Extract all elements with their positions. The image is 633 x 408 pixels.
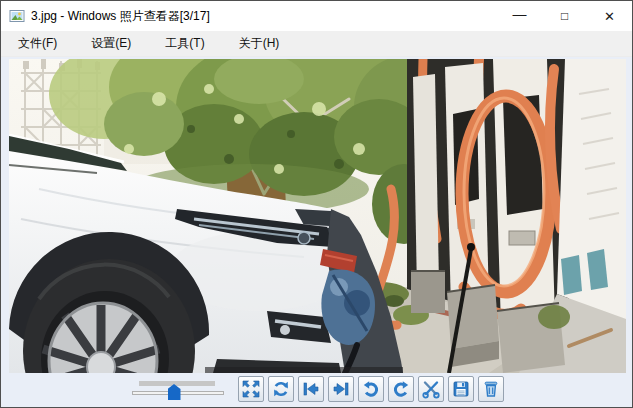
menu-settings[interactable]: 设置(E) xyxy=(81,31,141,56)
menu-about[interactable]: 关于(H) xyxy=(229,31,290,56)
fullscreen-icon xyxy=(241,379,261,399)
last-image-icon xyxy=(331,379,351,399)
titlebar[interactable]: 3.jpg - Windows 照片查看器[3/17] — □ ✕ xyxy=(1,1,632,31)
photo-canvas[interactable] xyxy=(9,59,626,373)
zoom-slider-thumb[interactable] xyxy=(168,384,181,400)
crop-button[interactable] xyxy=(418,376,444,402)
zoom-slider[interactable] xyxy=(128,375,228,403)
menu-tools[interactable]: 工具(T) xyxy=(155,31,214,56)
save-button[interactable] xyxy=(448,376,474,402)
bottom-toolbar xyxy=(1,374,632,404)
refresh-icon xyxy=(271,379,291,399)
refresh-button[interactable] xyxy=(268,376,294,402)
menubar: 文件(F) 设置(E) 工具(T) 关于(H) xyxy=(1,31,632,57)
zoom-slider-tickbar xyxy=(139,381,215,386)
minimize-button[interactable]: — xyxy=(497,1,542,31)
last-image-button[interactable] xyxy=(328,376,354,402)
first-image-icon xyxy=(301,379,321,399)
window-title: 3.jpg - Windows 照片查看器[3/17] xyxy=(31,8,210,25)
first-image-button[interactable] xyxy=(298,376,324,402)
menu-file[interactable]: 文件(F) xyxy=(8,31,67,56)
rotate-right-button[interactable] xyxy=(388,376,414,402)
image-file-icon xyxy=(9,8,25,24)
crop-scissors-icon xyxy=(421,379,441,399)
rotate-left-icon xyxy=(361,379,381,399)
photo-viewer-window: 3.jpg - Windows 照片查看器[3/17] — □ ✕ 文件(F) … xyxy=(0,0,633,408)
delete-trash-icon xyxy=(481,379,501,399)
fullscreen-button[interactable] xyxy=(238,376,264,402)
maximize-button[interactable]: □ xyxy=(542,1,587,31)
charger-pillar-far xyxy=(413,74,439,291)
delete-button[interactable] xyxy=(478,376,504,402)
close-button[interactable]: ✕ xyxy=(587,1,632,31)
save-icon xyxy=(451,379,471,399)
rotate-left-button[interactable] xyxy=(358,376,384,402)
client-area xyxy=(1,57,632,407)
rotate-right-icon xyxy=(391,379,411,399)
